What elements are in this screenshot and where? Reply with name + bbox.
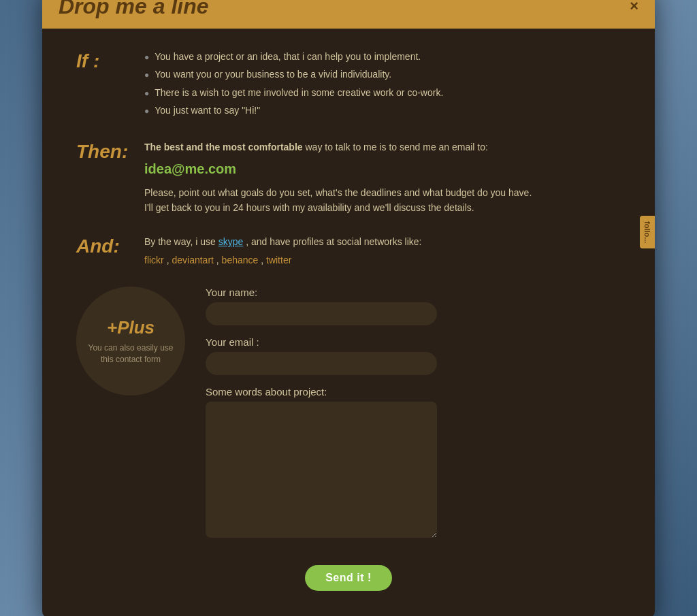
- then-intro: The best and the most comfortable way to…: [144, 140, 621, 155]
- separator: ,: [261, 255, 266, 265]
- deviantart-link[interactable]: deviantart: [172, 255, 213, 265]
- list-item: ● You have a project or an idea, that i …: [144, 49, 621, 64]
- behance-link[interactable]: behance: [222, 255, 259, 265]
- bullet-text: There is a wish to get me involved in so…: [155, 85, 443, 100]
- if-label: If :: [76, 49, 137, 72]
- message-field-group: Some words about project:: [206, 386, 621, 540]
- then-content: The best and the most comfortable way to…: [137, 140, 621, 215]
- flickr-link[interactable]: flickr: [144, 255, 164, 265]
- bullet-icon: ●: [144, 51, 149, 64]
- and-section: And: By the way, i use skype , and have …: [76, 234, 621, 268]
- if-content: ● You have a project or an idea, that i …: [137, 49, 621, 121]
- social-links: flickr , deviantart , behance , twitter: [144, 253, 621, 268]
- email-field-group: Your email :: [206, 336, 621, 375]
- plus-bubble: +Plus You can also easily use this conta…: [76, 287, 185, 395]
- bullet-icon: ●: [144, 105, 149, 118]
- and-label: And:: [76, 234, 137, 257]
- plus-label: +Plus: [107, 317, 155, 338]
- modal-title: Drop me a line: [59, 0, 209, 19]
- separator: ,: [216, 255, 222, 265]
- message-textarea[interactable]: [206, 402, 437, 538]
- twitter-link[interactable]: twitter: [266, 255, 291, 265]
- list-item: ● You want you or your business to be a …: [144, 67, 621, 82]
- name-field-group: Your name:: [206, 287, 621, 325]
- bullet-text: You have a project or an idea, that i ca…: [155, 49, 421, 64]
- bullet-text: You want you or your business to be a vi…: [155, 67, 391, 82]
- email-link[interactable]: idea@me.com: [144, 158, 621, 180]
- if-section: If : ● You have a project or an idea, th…: [76, 49, 621, 121]
- skype-link[interactable]: skype: [218, 236, 244, 247]
- modal-dialog: Drop me a line × If : ● You have a proje…: [42, 0, 655, 616]
- then-label: Then:: [76, 140, 137, 163]
- and-content: By the way, i use skype , and have profi…: [137, 234, 621, 268]
- bullet-text: You just want to say "Hi!": [155, 103, 260, 118]
- bullet-icon: ●: [144, 87, 149, 100]
- modal-body: If : ● You have a project or an idea, th…: [42, 29, 655, 616]
- close-button[interactable]: ×: [630, 0, 638, 14]
- send-button[interactable]: Send it !: [305, 565, 392, 591]
- then-section: Then: The best and the most comfortable …: [76, 140, 621, 215]
- then-details: Please, point out what goals do you set,…: [144, 185, 621, 216]
- list-item: ● You just want to say "Hi!": [144, 103, 621, 118]
- then-intro-bold: The best and the most comfortable: [144, 142, 303, 152]
- follow-tab: follo...: [640, 216, 655, 248]
- name-input[interactable]: [206, 302, 437, 325]
- contact-form: Your name: Your email : Some words about…: [206, 287, 621, 551]
- plus-and-form-section: +Plus You can also easily use this conta…: [76, 287, 621, 551]
- modal-header: Drop me a line ×: [42, 0, 655, 29]
- message-label: Some words about project:: [206, 386, 621, 398]
- if-bullet-list: ● You have a project or an idea, that i …: [144, 49, 621, 118]
- email-label: Your email :: [206, 336, 621, 348]
- and-text-suffix: , and have profiles at social networks l…: [246, 236, 421, 247]
- and-text-prefix: By the way, i use: [144, 236, 218, 247]
- list-item: ● There is a wish to get me involved in …: [144, 85, 621, 100]
- bullet-icon: ●: [144, 69, 149, 82]
- email-input[interactable]: [206, 352, 437, 375]
- and-text: By the way, i use skype , and have profi…: [144, 234, 621, 249]
- plus-text: You can also easily use this contact for…: [83, 342, 178, 366]
- name-label: Your name:: [206, 287, 621, 298]
